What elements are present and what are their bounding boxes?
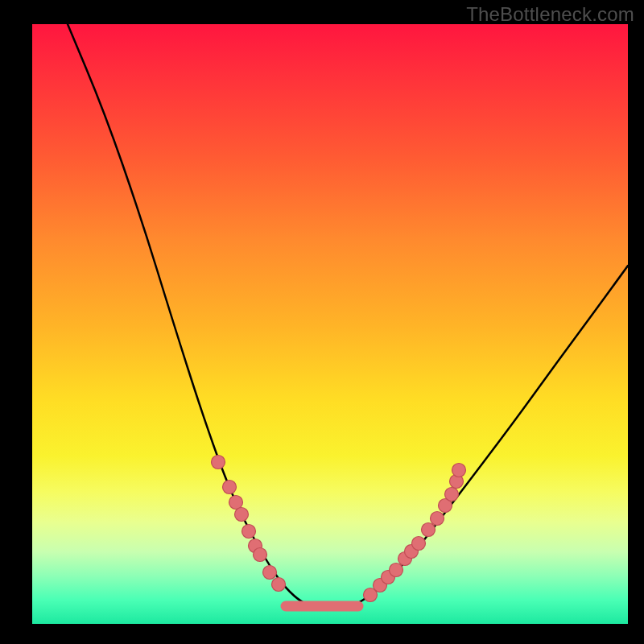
watermark-text: TheBottleneck.com [466, 3, 634, 26]
bottleneck-curve [68, 24, 628, 609]
data-point [412, 537, 426, 551]
curve-svg [32, 24, 628, 624]
data-points-left [212, 456, 286, 592]
data-point [235, 508, 249, 522]
data-point [452, 464, 466, 477]
data-point [272, 578, 286, 592]
data-point [229, 496, 243, 510]
data-point [422, 523, 436, 537]
data-point [431, 512, 444, 526]
data-point [445, 488, 459, 502]
data-point [263, 566, 277, 580]
data-point [212, 456, 225, 469]
data-point [390, 564, 403, 577]
plot-area [32, 24, 628, 624]
chart-frame: TheBottleneck.com [0, 0, 644, 644]
data-point [254, 548, 267, 562]
data-points-right [364, 464, 466, 602]
data-point [223, 481, 237, 494]
data-point [242, 525, 256, 539]
